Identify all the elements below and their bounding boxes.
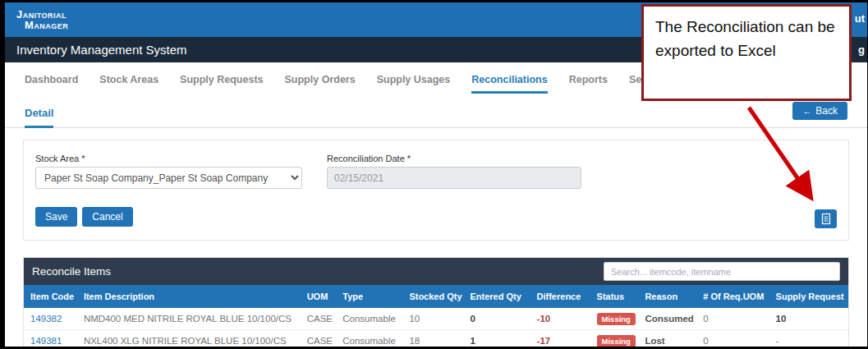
stocked-qty-cell: 18 <box>402 330 463 347</box>
item-code-link[interactable]: 149382 <box>30 314 62 324</box>
item-code-cell: 149382 <box>24 308 77 330</box>
back-button-label: Back <box>815 105 838 117</box>
logout-link-partial[interactable]: ut <box>855 12 865 25</box>
uom-cell: CASE <box>301 330 337 347</box>
uom-cell: CASE <box>301 308 337 330</box>
page-title: Inventory Management System <box>16 43 187 57</box>
tab-reconciliations[interactable]: Reconciliations <box>471 74 547 94</box>
tab-supply-requests[interactable]: Supply Requests <box>180 74 263 94</box>
table-header-row: Item Code Item Description UOM Type Stoc… <box>24 285 848 308</box>
item-description-cell: NMD400 MED NITRILE ROYAL BLUE 10/100/CS <box>77 308 301 330</box>
tab-reports[interactable]: Reports <box>569 74 608 94</box>
item-code-link[interactable]: 149381 <box>30 336 62 346</box>
reason-cell: Lost <box>638 330 696 347</box>
col-difference[interactable]: Difference <box>530 285 590 308</box>
entered-qty-cell: 0 <box>463 308 530 330</box>
reconciliation-date-input[interactable] <box>327 167 581 189</box>
annotation-callout: The Reconciliation can be exported to Ex… <box>641 4 852 101</box>
stocked-qty-cell: 10 <box>402 308 463 330</box>
reconcile-items-title: Reconcile Items <box>32 265 111 278</box>
stock-area-label: Stock Area * <box>35 154 302 163</box>
col-reason[interactable]: Reason <box>638 285 696 308</box>
col-type[interactable]: Type <box>336 285 402 308</box>
search-input[interactable] <box>604 262 840 281</box>
export-excel-icon <box>820 213 832 225</box>
brand-logo[interactable]: Janitorial Manager <box>16 9 68 30</box>
table-row: 149381 NXL400 XLG NITRILE ROYAL BLUE 10/… <box>24 330 848 347</box>
back-button[interactable]: ←Back <box>792 102 847 120</box>
table-row: 149382 NMD400 MED NITRILE ROYAL BLUE 10/… <box>24 308 848 330</box>
reconciliation-date-label: Reconciliation Date * <box>327 154 581 163</box>
subheader-right-partial: g <box>858 44 865 56</box>
type-cell: Consumable <box>336 308 402 330</box>
difference-cell: -17 <box>530 330 590 347</box>
status-cell: Missing <box>590 308 639 330</box>
detail-tab-row: Detail ←Back <box>5 105 867 128</box>
reconciliation-date-field-group: Reconciliation Date * <box>327 154 581 189</box>
status-badge: Missing <box>597 313 636 325</box>
status-badge: Missing <box>597 335 636 347</box>
col-uom[interactable]: UOM <box>301 285 337 308</box>
back-arrow-icon: ← <box>802 106 811 116</box>
col-entered-qty[interactable]: Entered Qty <box>463 285 530 308</box>
item-code-cell: 149381 <box>24 330 77 347</box>
status-cell: Missing <box>590 330 639 347</box>
cancel-button[interactable]: Cancel <box>82 207 132 227</box>
form-buttons: Save Cancel <box>35 207 837 227</box>
tab-supply-orders[interactable]: Supply Orders <box>285 74 356 94</box>
col-item-description[interactable]: Item Description <box>77 285 301 308</box>
supply-request-cell: 10 <box>769 308 848 330</box>
tab-stock-areas[interactable]: Stock Areas <box>99 74 158 94</box>
req-uom-cell: 0 <box>696 330 769 347</box>
stock-area-select[interactable]: Paper St Soap Company_Paper St Soap Comp… <box>35 167 302 189</box>
col-status[interactable]: Status <box>590 285 639 308</box>
tab-supply-usages[interactable]: Supply Usages <box>377 74 451 94</box>
stock-area-field-group: Stock Area * Paper St Soap Company_Paper… <box>35 154 302 189</box>
reconcile-items-titlebar: Reconcile Items <box>24 258 848 285</box>
form-fields: Stock Area * Paper St Soap Company_Paper… <box>35 154 837 189</box>
item-description-cell: NXL400 XLG NITRILE ROYAL BLUE 10/100/CS <box>77 330 301 347</box>
save-button[interactable]: Save <box>35 207 77 227</box>
app-root: { "brand": { "line1": "Janitorial", "lin… <box>0 0 868 349</box>
difference-cell: -10 <box>530 308 590 330</box>
export-excel-button[interactable] <box>815 209 837 228</box>
col-stocked-qty[interactable]: Stocked Qty <box>402 285 463 308</box>
col-req-uom[interactable]: # Of Req.UOM <box>696 285 769 308</box>
type-cell: Consumable <box>336 330 402 347</box>
tab-detail[interactable]: Detail <box>25 107 53 128</box>
req-uom-cell: 0 <box>696 308 769 330</box>
brand-line2: Manager <box>16 20 68 30</box>
col-item-code[interactable]: Item Code <box>24 285 77 308</box>
reconciliation-form-panel: Stock Area * Paper St Soap Company_Paper… <box>23 140 849 241</box>
col-supply-request[interactable]: Supply Request <box>769 285 848 308</box>
reason-cell: Consumed <box>638 308 696 330</box>
tab-dashboard[interactable]: Dashboard <box>25 74 78 94</box>
entered-qty-cell: 1 <box>463 330 530 347</box>
reconcile-items-section: Reconcile Items Item Code Item Descripti… <box>23 257 849 347</box>
supply-request-cell: - <box>769 330 848 347</box>
reconcile-items-table: Item Code Item Description UOM Type Stoc… <box>24 285 848 347</box>
